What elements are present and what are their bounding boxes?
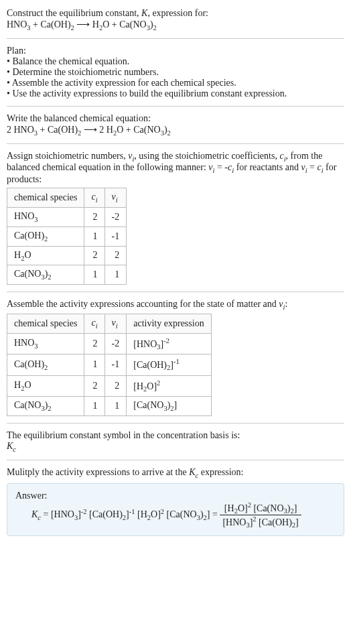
cell-species: Ca(NO3)2 [7, 265, 84, 285]
cell-c: 2 [84, 207, 104, 227]
plan-section: Plan: • Balance the chemical equation. •… [7, 43, 344, 102]
fraction-numerator: [H2O]2 [Ca(NO3)2] [220, 501, 301, 515]
fraction: [H2O]2 [Ca(NO3)2] [HNO3]2 [Ca(OH)2] [220, 501, 301, 529]
balanced-heading: Write the balanced chemical equation: [7, 113, 344, 124]
symbol-section: The equilibrium constant symbol in the c… [7, 428, 344, 456]
intro-line1: Construct the equilibrium constant, K, e… [7, 8, 344, 19]
plan-item: • Assemble the activity expression for e… [7, 78, 344, 88]
plan-heading: Plan: [7, 46, 344, 56]
activity-section: Assemble the activity expressions accoun… [7, 296, 344, 419]
cell-v: -2 [104, 333, 127, 354]
fraction-denominator: [HNO3]2 [Ca(OH)2] [220, 515, 301, 529]
cell-c: 2 [84, 333, 104, 354]
col-ci: ci [84, 314, 104, 333]
col-vi: νi [104, 188, 127, 208]
cell-v: 2 [104, 246, 127, 265]
col-species: chemical species [7, 188, 84, 208]
cell-c: 2 [84, 246, 104, 265]
cell-v: -1 [104, 355, 127, 375]
activity-table: chemical species ci νi activity expressi… [7, 314, 212, 416]
stoich-section: Assign stoichiometric numbers, νi, using… [7, 148, 344, 288]
divider [7, 423, 344, 424]
symbol-kc: Kc [7, 441, 344, 453]
col-expr: activity expression [127, 314, 211, 333]
cell-v: -1 [104, 227, 127, 246]
table-row: Ca(NO3)2 1 1 [7, 265, 127, 285]
cell-c: 1 [84, 227, 104, 246]
table-row: H2O 2 2 [7, 246, 127, 265]
col-vi: νi [104, 314, 127, 333]
plan-item: • Determine the stoichiometric numbers. [7, 67, 344, 78]
divider [7, 460, 344, 460]
divider [7, 106, 344, 107]
answer-label: Answer: [15, 491, 336, 501]
table-row: HNO3 2 -2 [HNO3]-2 [7, 333, 212, 354]
balanced-equation: 2 HNO3 + Ca(OH)2 ⟶ 2 H2O + Ca(NO3)2 [7, 124, 344, 137]
cell-species: HNO3 [7, 333, 84, 354]
activity-intro: Assemble the activity expressions accoun… [7, 299, 344, 311]
stoich-table: chemical species ci νi HNO3 2 -2 Ca(OH)2… [7, 188, 127, 285]
divider [7, 38, 344, 39]
symbol-text: The equilibrium constant symbol in the c… [7, 430, 344, 441]
final-section: Mulitply the activity expressions to arr… [7, 464, 344, 539]
answer-expression: Kc = [HNO3]-2 [Ca(OH)2]-1 [H2O]2 [Ca(NO3… [15, 501, 336, 529]
col-ci: ci [84, 188, 104, 208]
plan-item: • Balance the chemical equation. [7, 56, 344, 67]
intro-equation: HNO3 + Ca(OH)2 ⟶ H2O + Ca(NO3)2 [7, 19, 344, 31]
cell-species: Ca(OH)2 [7, 227, 84, 246]
cell-v: -2 [104, 207, 127, 227]
cell-expr: [Ca(OH)2]-1 [127, 355, 211, 375]
cell-c: 2 [84, 375, 104, 396]
cell-c: 1 [84, 355, 104, 375]
table-row: H2O 2 2 [H2O]2 [7, 375, 212, 396]
cell-expr: [Ca(NO3)2] [127, 397, 211, 416]
divider [7, 143, 344, 144]
cell-v: 2 [104, 375, 127, 396]
intro-section: Construct the equilibrium constant, K, e… [7, 5, 344, 34]
answer-box: Answer: Kc = [HNO3]-2 [Ca(OH)2]-1 [H2O]2… [7, 483, 344, 537]
table-row: Ca(OH)2 1 -1 [7, 227, 127, 246]
cell-species: Ca(NO3)2 [7, 397, 84, 416]
cell-species: H2O [7, 375, 84, 396]
cell-species: Ca(OH)2 [7, 355, 84, 375]
cell-expr: [HNO3]-2 [127, 333, 211, 354]
divider [7, 292, 344, 292]
table-row: HNO3 2 -2 [7, 207, 127, 227]
balanced-section: Write the balanced chemical equation: 2 … [7, 111, 344, 139]
cell-c: 1 [84, 397, 104, 416]
cell-v: 1 [104, 397, 127, 416]
table-row: Ca(OH)2 1 -1 [Ca(OH)2]-1 [7, 355, 212, 375]
cell-species: H2O [7, 246, 84, 265]
table-row: Ca(NO3)2 1 1 [Ca(NO3)2] [7, 397, 212, 416]
cell-v: 1 [104, 265, 127, 285]
cell-species: HNO3 [7, 207, 84, 227]
col-species: chemical species [7, 314, 84, 333]
cell-expr: [H2O]2 [127, 375, 211, 396]
stoich-intro: Assign stoichiometric numbers, νi, using… [7, 151, 344, 186]
plan-item: • Use the activity expressions to build … [7, 88, 344, 99]
cell-c: 1 [84, 265, 104, 285]
final-intro: Mulitply the activity expressions to arr… [7, 467, 344, 479]
